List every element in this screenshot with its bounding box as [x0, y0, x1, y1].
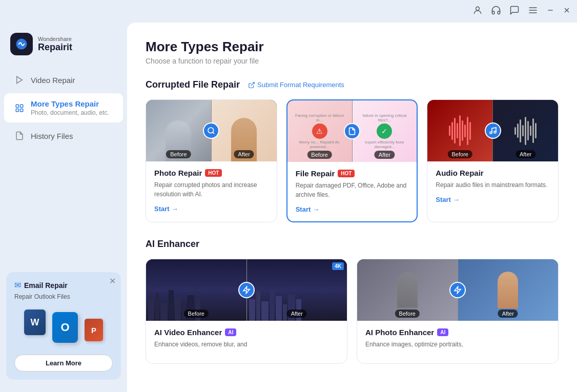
ai-photo-after-half: After — [458, 259, 559, 321]
page-title: More Types Repair — [146, 39, 559, 55]
nav-label-video-repair: Video Repair — [31, 76, 75, 85]
photo-repair-name-row: Photo Repair HOT — [154, 169, 269, 177]
svg-point-17 — [494, 131, 496, 133]
sidebar-item-history-files[interactable]: History Files — [4, 125, 123, 147]
promo-sub: Repair Outlook Files — [14, 293, 113, 300]
powerpoint-icon: P — [85, 319, 103, 341]
audio-repair-name: Audio Repair — [436, 169, 483, 177]
word-icon: W — [24, 310, 46, 335]
chat-icon[interactable] — [509, 5, 520, 18]
audio-repair-name-row: Audio Repair — [436, 169, 550, 177]
promo-close-icon[interactable]: ✕ — [109, 276, 116, 286]
audio-repair-body: Audio Repair Repair audio files in mains… — [427, 161, 558, 212]
submit-format-link[interactable]: Submit Format Requirements — [248, 81, 344, 89]
photo-after-label: After — [234, 150, 254, 158]
ai-photo-badge: AI — [437, 328, 448, 336]
promo-title: Email Repair — [24, 281, 68, 290]
user-icon[interactable] — [472, 5, 483, 18]
audio-repair-arrow: → — [453, 196, 460, 203]
ai-video-overlay-icon — [238, 282, 255, 298]
photo-before-half: Before — [146, 100, 211, 161]
ai-video-after-label: After — [287, 310, 307, 318]
corrupted-cards-grid: Before After — [146, 99, 559, 222]
menu-icon[interactable] — [528, 5, 538, 18]
promo-card: ✕ ✉ Email Repair Repair Outlook Files W … — [6, 272, 121, 380]
external-link-icon — [248, 81, 255, 89]
nav-item-content-history: History Files — [31, 132, 73, 140]
logo-product: Repairit — [38, 42, 72, 53]
ai-cards-grid: Before — [146, 259, 559, 364]
svg-rect-12 — [20, 109, 23, 111]
title-bar — [0, 0, 577, 23]
file-repair-start[interactable]: Start → — [296, 205, 409, 213]
nav-item-content-more: More Types Repair Photo, document, audio… — [31, 99, 109, 116]
video-repair-icon — [14, 75, 25, 85]
file-before-label: Before — [307, 151, 332, 159]
nav-sub-more-types: Photo, document, audio, etc. — [31, 109, 109, 116]
svg-rect-9 — [16, 105, 18, 107]
nav-label-more-types: More Types Repair — [31, 99, 109, 108]
sidebar-item-video-repair[interactable]: Video Repair — [4, 69, 123, 91]
svg-rect-11 — [16, 109, 18, 111]
svg-marker-18 — [243, 286, 250, 293]
nav-label-history-files: History Files — [31, 132, 73, 140]
photo-repair-desc: Repair corrupted photos and increase res… — [154, 180, 269, 199]
audio-before-half: Before — [427, 100, 492, 161]
photo-repair-start[interactable]: Start → — [154, 205, 269, 213]
photo-repair-overlay-icon — [203, 122, 219, 139]
audio-after-half: After — [493, 100, 558, 161]
promo-image: W O P — [14, 304, 113, 350]
ai-photo-after-label: After — [498, 310, 518, 318]
audio-repair-image: Before — [427, 100, 558, 161]
photo-repair-image: Before After — [146, 100, 277, 161]
sidebar-item-more-types-repair[interactable]: More Types Repair Photo, document, audio… — [4, 93, 123, 122]
file-repair-desc: Repair damaged PDF, Office, Adobe and ar… — [296, 181, 409, 199]
file-repair-start-label: Start — [296, 205, 311, 213]
corrupted-section-title: Corrupted File Repair — [146, 79, 240, 90]
audio-before-label: Before — [448, 150, 472, 158]
ai-photo-before-half: Before — [357, 259, 458, 321]
promo-3d-icons: W O P — [27, 307, 100, 348]
history-files-icon — [14, 131, 25, 141]
photo-repair-card[interactable]: Before After — [146, 99, 277, 222]
ai-video-image: Before — [146, 259, 347, 321]
file-repair-card[interactable]: Facing corruption or failure in... ⚠ Wor… — [286, 99, 418, 222]
audio-repair-start-label: Start — [436, 196, 451, 203]
ai-video-name-row: AI Video Enhancer AI — [154, 328, 339, 337]
photo-before-label: Before — [166, 150, 191, 158]
sidebar: Wondershare Repairit Video Repair M — [0, 23, 127, 392]
app-logo-icon — [10, 33, 33, 55]
ai-video-enhancer-card[interactable]: Before — [146, 259, 347, 364]
svg-point-16 — [490, 132, 492, 134]
audio-repair-card[interactable]: Before — [427, 99, 559, 222]
app-body: Wondershare Repairit Video Repair M — [0, 23, 577, 392]
ai-video-before-label: Before — [184, 310, 209, 318]
audio-repair-desc: Repair audio files in mainstream formats… — [436, 180, 550, 190]
svg-line-15 — [213, 132, 214, 134]
audio-repair-overlay-icon — [485, 122, 501, 139]
promo-icon-area: ✉ Email Repair — [14, 280, 113, 290]
svg-marker-8 — [17, 76, 23, 84]
ai-photo-body: AI Photo Enhancer AI Enhance images, opt… — [357, 321, 558, 363]
minimize-icon[interactable] — [546, 6, 554, 17]
ai-video-badge: AI — [225, 328, 236, 336]
photo-repair-arrow: → — [172, 205, 178, 213]
logo-brand: Wondershare — [38, 36, 72, 42]
svg-rect-10 — [20, 105, 23, 107]
logo-area: Wondershare Repairit — [0, 29, 127, 68]
close-icon[interactable] — [563, 6, 571, 17]
ai-photo-enhancer-card[interactable]: Before After — [357, 259, 559, 364]
headset-icon[interactable] — [491, 5, 501, 18]
ai-section-title: AI Enhancer — [146, 239, 199, 250]
file-repair-image: Facing corruption or failure in... ⚠ Wor… — [287, 100, 417, 162]
outlook-icon: O — [52, 312, 78, 343]
audio-repair-start[interactable]: Start → — [436, 196, 550, 203]
submit-format-label: Submit Format Requirements — [257, 81, 344, 89]
page-subtitle: Choose a function to repair your file — [146, 57, 559, 65]
ai-video-desc: Enhance videos, remove blur, and — [154, 340, 339, 349]
audio-after-label: After — [516, 150, 535, 158]
file-after-label: After — [375, 151, 395, 159]
ai-photo-overlay-icon — [449, 282, 466, 298]
photo-after-half: After — [212, 100, 277, 161]
learn-more-button[interactable]: Learn More — [14, 355, 113, 372]
